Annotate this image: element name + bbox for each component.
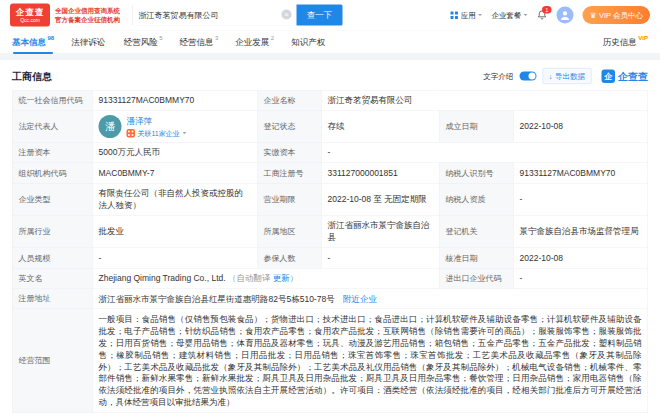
tab-label: 法律诉讼 <box>71 36 105 48</box>
address-label: 注册地址 <box>12 289 92 309</box>
table-row: 法定代表人 潘 潘泽萍 关联11家企业 <box>12 111 648 143</box>
status-label: 登记状态 <box>257 111 321 143</box>
insured-count-value: - <box>321 248 439 268</box>
search-bar: × 查一下 <box>132 5 343 26</box>
import-export-code-label: 进出口企业代码 <box>439 268 513 288</box>
table-row: 人员规模 - 参保人数 - 核准日期 2022-10-08 <box>12 248 648 268</box>
tab-intellectual-property[interactable]: 知识产权 <box>291 31 327 54</box>
caret-down-icon <box>524 14 528 18</box>
logo-slogan: 全国企业信用查询系统 官方备案企业征信机构 <box>55 6 120 24</box>
apps-grid-icon <box>451 11 459 19</box>
table-row: 企业类型 有限责任公司（非自然人投资或控股的法人独资） 营业期限 2022-10… <box>12 183 648 215</box>
business-scope-label: 经营范围 <box>12 309 92 413</box>
paid-capital-value: - <box>321 142 648 162</box>
legal-rep-label: 法定代表人 <box>12 111 92 143</box>
slogan-line2: 官方备案企业征信机构 <box>55 15 120 24</box>
reg-number-label: 工商注册号 <box>257 163 321 183</box>
package-menu[interactable]: 企业套餐 <box>491 10 528 20</box>
caret-down-icon <box>182 132 186 136</box>
user-avatar[interactable] <box>557 7 574 24</box>
address-cell: 浙江省丽水市景宁畲族自治县红星街道惠明路82号5栋510-78号 附近企业 <box>92 289 648 309</box>
bell-icon[interactable]: 1 <box>537 10 548 21</box>
topbar: 企查查 Qcc.com 全国企业信用查询系统 官方备案企业征信机构 × 查一下 … <box>0 0 660 31</box>
insured-count-label: 参保人数 <box>257 248 321 268</box>
tab-label: 基本信息 <box>12 36 46 48</box>
business-scope-value: 一般项目：食品销售（仅销售预包装食品）；货物进出口；技术进出口；食品进出口；计算… <box>92 309 648 413</box>
reg-authority-label: 登记机关 <box>439 215 513 247</box>
tab-bar: 基本信息 98 法律诉讼 经营风险 5 经营信息 3 企业发展 2 知识产权 历… <box>0 31 660 55</box>
logo-text: 企查查 <box>16 8 45 17</box>
taxpayer-quality-label: 纳税人资质 <box>439 183 513 215</box>
status-value: 存续 <box>321 111 439 143</box>
text-intro-toggle[interactable] <box>519 72 536 81</box>
vip-button[interactable]: ♛ VIP 会员中心 <box>583 6 650 24</box>
area-value: 浙江省丽水市景宁畲族自治县 <box>321 215 439 247</box>
reg-capital-label: 注册资本 <box>12 142 92 162</box>
tab-operation[interactable]: 经营信息 3 <box>180 31 219 54</box>
apps-menu-label: 应用 <box>461 10 476 20</box>
crown-icon: ♛ <box>590 11 597 20</box>
org-code-value: MAC0BMMY-7 <box>92 163 257 183</box>
apps-menu[interactable]: 应用 <box>451 10 483 20</box>
tab-history[interactable]: 历史信息 VIP <box>603 31 648 54</box>
tab-count: 2 <box>271 35 274 42</box>
export-button-label: 导出数据 <box>555 71 585 81</box>
staff-size-label: 人员规模 <box>12 248 92 268</box>
business-info-section: 工商信息 文字介绍 ↓ 导出数据 企 企查查 统一社会信用代码 91331127… <box>0 60 660 414</box>
tab-legal[interactable]: 法律诉讼 <box>71 31 107 54</box>
slogan-line1: 全国企业信用查询系统 <box>55 6 120 15</box>
english-name-cell: Zhejiang Qiming Trading Co., Ltd. （自动翻译 … <box>92 268 439 288</box>
tab-label: 历史信息 <box>603 36 637 48</box>
export-button[interactable]: ↓ 导出数据 <box>542 68 591 84</box>
taxpayer-id-value: 91331127MAC0BMMY70 <box>513 163 648 183</box>
notification-badge: 1 <box>542 6 552 14</box>
establish-date-label: 成立日期 <box>439 111 513 143</box>
user-icon <box>559 9 572 22</box>
legal-rep-avatar[interactable]: 潘 <box>99 115 122 138</box>
company-type-value: 有限责任公司（非自然人投资或控股的法人独资） <box>92 183 257 215</box>
tab-basic-info[interactable]: 基本信息 98 <box>12 31 54 54</box>
tab-count: 98 <box>48 35 55 42</box>
business-term-value: 2022-10-08 至 无固定期限 <box>321 183 439 215</box>
industry-label: 所属行业 <box>12 215 92 247</box>
tab-label: 企业发展 <box>235 36 269 48</box>
org-code-label: 组织机构代码 <box>12 163 92 183</box>
table-row: 注册地址 浙江省丽水市景宁畲族自治县红星街道惠明路82号5栋510-78号 附近… <box>12 289 648 309</box>
taxpayer-id-label: 纳税人识别号 <box>439 163 513 183</box>
tab-label: 经营风险 <box>124 36 158 48</box>
business-term-label: 营业期限 <box>257 183 321 215</box>
qcc-brand-icon: 企 <box>602 69 616 83</box>
search-button[interactable]: 查一下 <box>297 5 343 26</box>
reg-number-value: 331127000001851 <box>321 163 439 183</box>
credit-code-label: 统一社会信用代码 <box>12 90 92 110</box>
qcc-logo[interactable]: 企查查 Qcc.com <box>10 4 50 27</box>
search-input[interactable] <box>132 5 297 26</box>
update-link[interactable]: 更新 <box>273 273 290 283</box>
auto-translate-note: （自动翻译 <box>228 273 273 283</box>
tab-risk[interactable]: 经营风险 5 <box>124 31 163 54</box>
table-row: 英文名 Zhejiang Qiming Trading Co., Ltd. （自… <box>12 268 648 288</box>
related-companies-link[interactable]: 关联11家企业 <box>138 128 180 138</box>
clear-icon[interactable]: × <box>282 10 292 20</box>
table-row: 所属行业 批发业 所属地区 浙江省丽水市景宁畲族自治县 登记机关 景宁畲族自治县… <box>12 215 648 247</box>
english-name-value: Zhejiang Qiming Trading Co., Ltd. <box>99 273 226 283</box>
address-value: 浙江省丽水市景宁畲族自治县红星街道惠明路82号5栋510-78号 <box>99 294 335 304</box>
nearby-companies-link[interactable]: 附近企业 <box>343 294 377 304</box>
text-intro-label: 文字介绍 <box>483 71 513 81</box>
company-name-value: 浙江奇茗贸易有限公司 <box>321 90 648 110</box>
credit-code-value: 91331127MAC0BMMY70 <box>92 90 257 110</box>
tab-count: 3 <box>215 35 218 42</box>
caret-down-icon <box>478 14 482 18</box>
tab-development[interactable]: 企业发展 2 <box>235 31 274 54</box>
table-row: 注册资本 5000万元人民币 实缴资本 - <box>12 142 648 162</box>
legal-rep-cell: 潘 潘泽萍 关联11家企业 <box>92 111 257 143</box>
vip-button-label: VIP 会员中心 <box>599 10 643 20</box>
table-row: 统一社会信用代码 91331127MAC0BMMY70 企业名称 浙江奇茗贸易有… <box>12 90 648 110</box>
logo-domain: Qcc.com <box>20 17 40 23</box>
english-name-label: 英文名 <box>12 268 92 288</box>
area-label: 所属地区 <box>257 215 321 247</box>
section-title: 工商信息 <box>12 69 52 83</box>
info-table: 统一社会信用代码 91331127MAC0BMMY70 企业名称 浙江奇茗贸易有… <box>12 90 648 413</box>
qcc-brand-mark: 企 企查查 <box>602 69 649 83</box>
legal-rep-name-link[interactable]: 潘泽萍 <box>127 115 187 127</box>
